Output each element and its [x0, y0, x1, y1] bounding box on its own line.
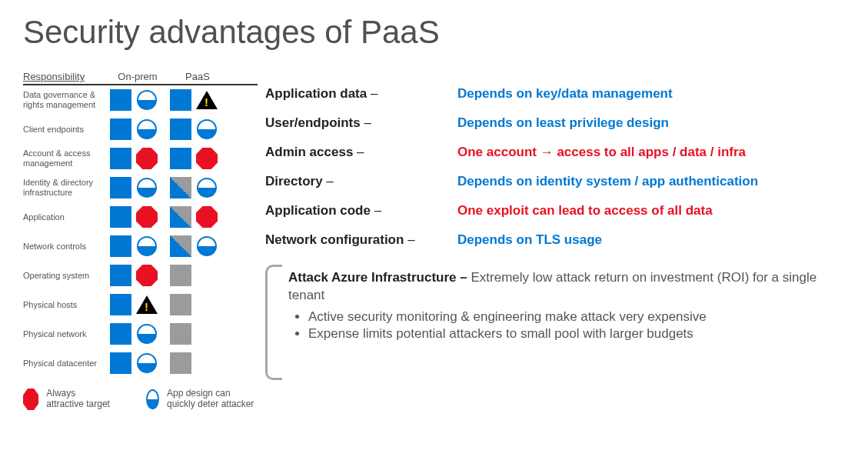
- half-circle-icon: [134, 175, 160, 201]
- line-user-endpoints: User/endpoints – Depends on least privil…: [265, 115, 845, 145]
- line-application-code: Application code – One exploit can lead …: [265, 203, 845, 232]
- octagon-stop-icon: [194, 204, 220, 230]
- line-head: Admin access: [265, 145, 353, 159]
- provider-box-icon: [168, 292, 194, 318]
- table-row: Data governance & rights management: [23, 85, 258, 115]
- row-label: Physical datacenter: [23, 359, 108, 369]
- row-label: Operating system: [23, 271, 108, 281]
- customer-box-icon: [108, 204, 134, 230]
- line-head: User/endpoints: [265, 115, 361, 130]
- table-row: Network controls: [23, 232, 258, 261]
- row-label: Account & access management: [23, 148, 108, 168]
- row-label: Application: [23, 212, 108, 222]
- table-row: Physical datacenter: [23, 349, 258, 378]
- line-desc: Depends on key/data management: [457, 86, 673, 102]
- table-row: Client endpoints: [23, 115, 258, 144]
- provider-box-icon: [168, 262, 194, 289]
- half-circle-icon: [134, 116, 160, 142]
- customer-box-icon: [168, 116, 194, 142]
- half-circle-icon: [134, 350, 160, 376]
- infra-head: Attack Azure Infrastructure –: [288, 270, 467, 285]
- half-circle-icon: [194, 116, 220, 142]
- octagon-stop-icon: [134, 204, 160, 230]
- table-row: Identity & directory infrastructure: [23, 173, 258, 202]
- half-circle-icon: [134, 87, 160, 113]
- half-circle-icon: [194, 175, 220, 201]
- warning-triangle-icon: [134, 292, 160, 318]
- legend-item: App design can quickly deter attacker: [146, 389, 258, 410]
- infrastructure-block: Attack Azure Infrastructure – Extremely …: [265, 269, 845, 342]
- line-head: Network configuration: [265, 232, 404, 247]
- customer-box-icon: [108, 175, 134, 201]
- line-head: Application data: [265, 86, 367, 101]
- infra-bullet: Active security monitoring & engineering…: [308, 309, 845, 325]
- half-circle-icon: [194, 233, 220, 259]
- table-row: Operating system: [23, 261, 258, 290]
- row-label: Identity & directory infrastructure: [23, 178, 108, 197]
- legend: Always attractive target App design can …: [23, 389, 258, 410]
- line-desc: One exploit can lead to access of all da…: [457, 203, 713, 218]
- customer-box-icon: [108, 292, 134, 318]
- line-directory: Directory – Depends on identity system /…: [265, 174, 845, 203]
- table-row: Physical network: [23, 319, 258, 349]
- line-desc: One account → access to all apps / data …: [457, 145, 746, 160]
- half-circle-icon: [134, 321, 160, 347]
- provider-box-icon: [168, 350, 194, 376]
- shared-box-icon: [168, 233, 194, 259]
- line-desc: Depends on identity system / app authent…: [457, 174, 758, 189]
- table-row: Application: [23, 202, 258, 232]
- line-desc: Depends on TLS usage: [457, 232, 602, 248]
- legend-label: App design can quickly deter attacker: [167, 389, 258, 410]
- col-responsibility: Responsibility: [23, 71, 108, 82]
- customer-box-icon: [108, 350, 134, 376]
- legend-item: Always attractive target: [23, 389, 115, 410]
- line-admin-access: Admin access – One account → access to a…: [265, 145, 845, 174]
- shared-box-icon: [168, 175, 194, 201]
- half-circle-icon: [146, 389, 159, 409]
- page-title: Security advantages of PaaS: [23, 14, 845, 51]
- row-label: Physical hosts: [23, 300, 108, 310]
- octagon-stop-icon: [23, 389, 38, 410]
- provider-box-icon: [168, 321, 194, 347]
- octagon-stop-icon: [194, 145, 220, 172]
- line-head: Application code: [265, 203, 371, 218]
- line-head: Directory: [265, 174, 323, 188]
- infra-bullet: Expense limits potential attackers to sm…: [308, 326, 845, 342]
- brace-icon: [265, 265, 282, 380]
- customer-box-icon: [108, 116, 134, 142]
- row-label: Data governance & rights management: [23, 90, 108, 109]
- customer-box-icon: [108, 262, 134, 289]
- table-row: Account & access management: [23, 144, 258, 173]
- customer-box-icon: [168, 145, 194, 172]
- customer-box-icon: [108, 145, 134, 172]
- legend-label: Always attractive target: [46, 389, 115, 410]
- responsibility-table: Responsibility On-prem PaaS Data governa…: [23, 71, 258, 410]
- customer-box-icon: [108, 87, 134, 113]
- row-label: Client endpoints: [23, 125, 108, 135]
- col-paas: PaaS: [168, 71, 228, 82]
- line-network-config: Network configuration – Depends on TLS u…: [265, 232, 845, 262]
- customer-box-icon: [168, 87, 194, 113]
- customer-box-icon: [108, 321, 134, 347]
- row-label: Network controls: [23, 242, 108, 252]
- octagon-stop-icon: [134, 145, 160, 172]
- line-application-data: Application data – Depends on key/data m…: [265, 86, 845, 115]
- warning-triangle-icon: [194, 87, 220, 113]
- octagon-stop-icon: [134, 262, 160, 289]
- row-label: Physical network: [23, 329, 108, 339]
- half-circle-icon: [134, 233, 160, 259]
- table-row: Physical hosts: [23, 290, 258, 319]
- line-desc: Depends on least privilege design: [457, 115, 669, 131]
- customer-box-icon: [108, 233, 134, 259]
- shared-box-icon: [168, 204, 194, 230]
- col-onprem: On-prem: [108, 71, 168, 82]
